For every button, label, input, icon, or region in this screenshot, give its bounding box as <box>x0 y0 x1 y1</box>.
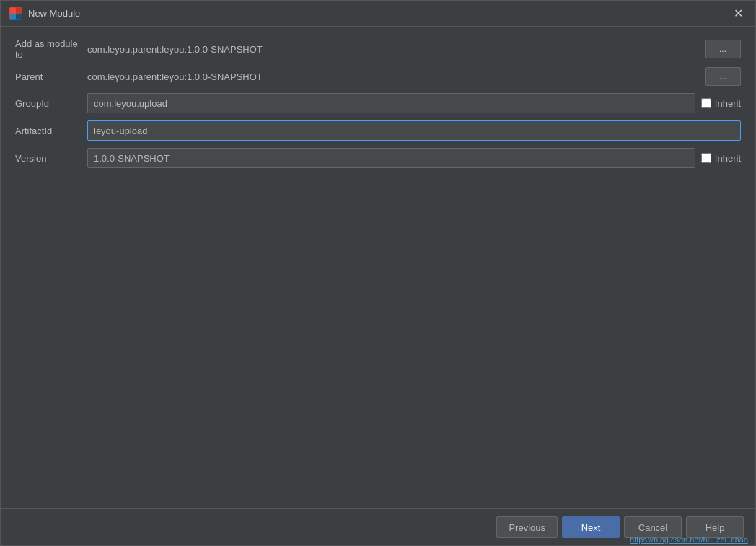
svg-rect-0 <box>10 8 16 14</box>
svg-rect-1 <box>16 8 22 14</box>
version-label: Version <box>15 153 87 164</box>
dialog-title: New Module <box>28 8 80 19</box>
artifact-id-input[interactable] <box>87 120 741 141</box>
title-bar: New Module ✕ <box>1 1 755 27</box>
add-as-module-row: Add as module to com.leyou.parent:leyou:… <box>15 38 741 60</box>
dialog-footer: Previous Next Cancel Help https://blog.c… <box>1 508 755 545</box>
group-id-inherit-checkbox[interactable] <box>701 98 711 108</box>
dialog-content: Add as module to com.leyou.parent:leyou:… <box>1 27 755 508</box>
parent-value: com.leyou.parent:leyou:1.0.0-SNAPSHOT <box>87 71 699 82</box>
svg-rect-2 <box>10 14 16 19</box>
artifact-id-row: ArtifactId <box>15 120 741 141</box>
add-as-module-value-container: com.leyou.parent:leyou:1.0.0-SNAPSHOT ..… <box>87 40 741 58</box>
group-id-input[interactable] <box>87 93 695 113</box>
add-as-module-browse-button[interactable]: ... <box>705 40 741 58</box>
version-input[interactable] <box>87 148 695 168</box>
next-button[interactable]: Next <box>562 516 620 538</box>
footer-url[interactable]: https://blog.csdn.net/hu_zhi_chao <box>630 535 748 544</box>
parent-label: Parent <box>15 71 87 82</box>
parent-row: Parent com.leyou.parent:leyou:1.0.0-SNAP… <box>15 67 741 86</box>
group-id-label: GroupId <box>15 98 87 109</box>
version-inherit-label: Inherit <box>701 153 741 164</box>
module-icon <box>9 7 22 20</box>
close-button[interactable]: ✕ <box>729 5 747 22</box>
artifact-id-label: ArtifactId <box>15 126 87 136</box>
svg-rect-3 <box>16 14 22 19</box>
add-as-module-label: Add as module to <box>15 38 87 60</box>
new-module-dialog: New Module ✕ Add as module to com.leyou.… <box>0 0 756 546</box>
previous-button[interactable]: Previous <box>496 516 558 538</box>
title-bar-left: New Module <box>9 7 80 20</box>
version-inherit-checkbox[interactable] <box>701 153 711 163</box>
group-id-inherit-label: Inherit <box>701 98 741 109</box>
group-id-row: GroupId Inherit <box>15 93 741 113</box>
parent-value-container: com.leyou.parent:leyou:1.0.0-SNAPSHOT ..… <box>87 67 741 86</box>
version-row: Version Inherit <box>15 148 741 168</box>
add-as-module-value: com.leyou.parent:leyou:1.0.0-SNAPSHOT <box>87 44 699 55</box>
parent-browse-button[interactable]: ... <box>705 67 741 86</box>
